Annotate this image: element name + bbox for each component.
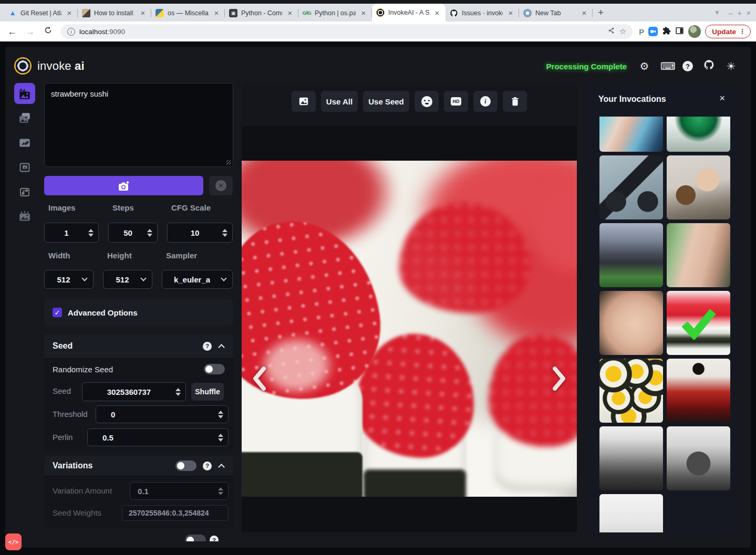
browser-tab[interactable]: ▣ Python - Comma × (225, 4, 298, 22)
tab-text-to-image[interactable]: Aa (14, 83, 35, 104)
perlin-input[interactable]: 0.5 (87, 428, 229, 446)
tab-close-icon[interactable]: × (286, 8, 294, 17)
browser-tab[interactable]: ▲ Git Reset | Atlas × (4, 4, 78, 22)
stepper-icon[interactable] (218, 487, 228, 495)
variations-toggle[interactable] (175, 460, 196, 471)
advanced-options-checkbox[interactable]: ✓ (53, 308, 62, 317)
collapsed-panel-toggle[interactable] (185, 535, 206, 541)
tab-close-icon[interactable]: × (433, 8, 441, 17)
gallery-thumbnail[interactable] (599, 155, 663, 219)
forward-button[interactable]: → (23, 26, 37, 37)
invoke-button[interactable] (44, 176, 203, 195)
use-all-button[interactable]: Use All (321, 91, 358, 112)
gallery-thumbnail[interactable] (599, 291, 663, 355)
tab-close-icon[interactable]: × (65, 8, 74, 17)
cancel-button[interactable]: ✕ (209, 176, 233, 195)
seed-help-icon[interactable]: ? (203, 342, 212, 351)
stepper-icon[interactable] (222, 229, 232, 237)
tab-post-processing[interactable] (14, 206, 35, 227)
tab-nodes[interactable] (14, 182, 35, 203)
images-input[interactable]: 1 (44, 223, 99, 243)
upscale-button[interactable]: HD (444, 91, 468, 112)
gallery-thumbnail[interactable] (599, 359, 663, 423)
stepper-icon[interactable] (88, 229, 98, 237)
collapsed-panel-help-icon[interactable]: ? (210, 536, 219, 541)
resize-handle[interactable] (226, 160, 231, 165)
cfg-scale-input[interactable]: 10 (167, 223, 233, 243)
window-minimize-button[interactable]: – (729, 9, 733, 17)
tab-close-icon[interactable]: × (506, 8, 515, 17)
bookmark-star-icon[interactable]: ☆ (619, 27, 626, 36)
site-info-icon[interactable]: i (67, 28, 75, 36)
hotkeys-keyboard-icon[interactable]: ⌨ (660, 60, 672, 72)
next-image-button[interactable] (552, 366, 567, 391)
tab-close-icon[interactable]: × (580, 8, 588, 17)
gallery-scroll-area[interactable] (586, 117, 736, 532)
window-close-button[interactable]: × (747, 9, 751, 17)
gallery-thumbnail[interactable] (667, 223, 730, 287)
tab-search-chevron-icon[interactable]: ▼ (714, 9, 720, 16)
fix-faces-button[interactable] (415, 91, 439, 112)
browser-tab[interactable]: New Tab × (519, 4, 593, 22)
generated-image[interactable] (242, 161, 577, 497)
browser-menu-icon[interactable]: ⋮ (739, 28, 746, 35)
reload-button[interactable] (41, 26, 55, 37)
randomize-seed-toggle[interactable] (204, 364, 225, 374)
gallery-thumbnail[interactable] (599, 494, 663, 532)
image-info-button[interactable]: i (473, 91, 498, 112)
zoom-extension-icon[interactable] (648, 27, 658, 36)
width-select[interactable]: 512 (44, 270, 94, 289)
back-button[interactable]: ← (5, 26, 19, 37)
stepper-icon[interactable] (175, 388, 185, 396)
prompt-textarea[interactable]: strawberry sushi (44, 83, 233, 167)
new-tab-button[interactable]: + (598, 7, 604, 18)
help-icon[interactable]: ? (682, 61, 693, 71)
gallery-thumbnail-selected[interactable] (667, 291, 730, 355)
variation-amount-input[interactable]: 0.1 (130, 482, 229, 500)
browser-tab[interactable]: How to install N × (78, 4, 151, 22)
stepper-icon[interactable] (218, 434, 228, 442)
browser-tab-active[interactable]: InvokeAI - A Sta × (372, 4, 446, 22)
gallery-thumbnail[interactable] (599, 223, 663, 287)
tab-image-to-image[interactable] (14, 108, 35, 129)
gallery-thumbnail[interactable] (599, 426, 663, 490)
sampler-select[interactable]: k_euler_a (162, 270, 233, 289)
gallery-thumbnail[interactable] (667, 117, 730, 152)
extension-p-icon[interactable]: P (639, 27, 644, 36)
browser-profile-avatar[interactable] (688, 25, 701, 38)
tab-inpainting[interactable] (14, 132, 35, 153)
height-select[interactable]: 512 (103, 270, 152, 289)
gallery-close-icon[interactable]: × (719, 93, 725, 104)
address-bar[interactable]: i localhost:9090 ☆ (61, 24, 633, 39)
side-panel-icon[interactable] (675, 26, 684, 37)
use-seed-button[interactable]: Use Seed (363, 91, 409, 112)
gallery-thumbnail[interactable] (667, 155, 730, 219)
extensions-puzzle-icon[interactable] (662, 26, 671, 37)
shuffle-button[interactable]: Shuffle (191, 383, 224, 401)
stepper-icon[interactable] (147, 229, 157, 237)
theme-sun-icon[interactable]: ☀ (725, 60, 737, 72)
stepper-icon[interactable] (218, 411, 228, 418)
seed-panel-header[interactable]: Seed ? (44, 334, 233, 358)
variations-help-icon[interactable]: ? (203, 462, 212, 470)
tab-outpainting[interactable] (14, 157, 35, 178)
tab-close-icon[interactable]: × (212, 8, 221, 17)
window-maximize-button[interactable]: + (738, 9, 742, 17)
github-icon[interactable] (703, 59, 715, 73)
browser-tab[interactable]: Issues · invoke-a × (446, 4, 519, 22)
variations-panel-header[interactable]: Variations ? (44, 456, 233, 476)
dev-code-button[interactable]: </> (5, 533, 22, 550)
threshold-input[interactable]: 0 (96, 405, 229, 423)
browser-tab[interactable]: os — Miscellane × (151, 4, 225, 22)
share-icon[interactable] (607, 27, 615, 36)
previous-image-button[interactable] (251, 366, 267, 391)
tab-close-icon[interactable]: × (359, 8, 368, 17)
delete-image-button[interactable] (503, 91, 527, 112)
seed-input[interactable]: 3025360737 (82, 382, 186, 401)
steps-input[interactable]: 50 (108, 223, 158, 243)
update-button[interactable]: Update ⋮ (705, 25, 751, 38)
gallery-thumbnail[interactable] (599, 117, 663, 152)
gallery-thumbnail[interactable] (667, 359, 730, 423)
settings-gear-icon[interactable]: ⚙ (638, 60, 650, 72)
seed-weights-input[interactable]: 2570255846:0.3,254824 (122, 505, 229, 521)
